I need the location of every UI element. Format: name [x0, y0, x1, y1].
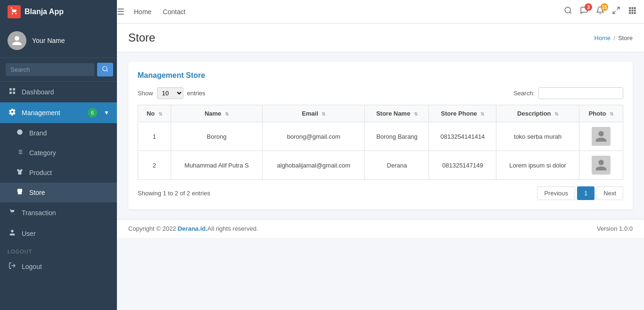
svg-line-1 [570, 12, 571, 13]
store-table: No ⇅ Name ⇅ Email ⇅ Store Name ⇅ Store P… [138, 105, 623, 180]
svg-rect-4 [629, 7, 631, 9]
cell-name[interactable]: Borong [171, 122, 262, 151]
logout-icon [8, 262, 17, 271]
footer-version: Version 1.0.0 [597, 225, 633, 232]
table-head: No ⇅ Name ⇅ Email ⇅ Store Name ⇅ Store P… [138, 105, 623, 122]
svg-line-2 [617, 7, 619, 9]
logout-section-label: LOGOUT [0, 244, 117, 256]
sidebar-item-dashboard[interactable]: Dashboard [0, 82, 117, 102]
search-input[interactable] [6, 63, 94, 76]
col-name[interactable]: Name ⇅ [171, 105, 262, 122]
menu-contact[interactable]: Contact [163, 8, 185, 16]
bell-btn[interactable]: 15 [596, 6, 604, 17]
sidebar-label-store: Store [29, 189, 45, 196]
sort-storename-icon: ⇅ [414, 111, 418, 117]
search-label: Search: [513, 90, 535, 97]
sidebar-label-category: Category [29, 149, 56, 157]
col-description[interactable]: Description ⇅ [496, 105, 579, 122]
cell-store-phone: 0813254141414 [429, 122, 496, 151]
gear-icon [8, 108, 17, 117]
next-button[interactable]: Next [596, 186, 623, 200]
sidebar-item-store[interactable]: Store [0, 183, 117, 202]
svg-rect-17 [9, 92, 12, 94]
content-header: Store Home / Store [117, 24, 644, 52]
cell-description: toko serba murah [496, 122, 579, 151]
cell-email: alghobalijamal@gmail.com [263, 151, 365, 180]
chat-badge: 3 [585, 3, 592, 11]
svg-rect-8 [632, 10, 634, 12]
svg-rect-15 [9, 88, 12, 91]
col-store-name[interactable]: Store Name ⇅ [365, 105, 429, 122]
table-search-input[interactable] [538, 87, 623, 99]
table-body: 1Borongborong@gmail.comBorong Barang0813… [138, 122, 623, 180]
breadcrumb-separator: / [613, 34, 615, 42]
sidebar-item-brand[interactable]: Brand [0, 123, 117, 143]
sidebar-item-category[interactable]: Category [0, 143, 117, 163]
cell-no: 1 [138, 122, 171, 151]
footer-brand-link[interactable]: Derana.id. [178, 225, 207, 232]
content-area: Store Home / Store Management Store Show… [117, 24, 644, 310]
topnav-left: ☰ Home Contact [117, 7, 564, 17]
sidebar-item-management[interactable]: Management 6 ▼ [0, 102, 117, 123]
col-no[interactable]: No ⇅ [138, 105, 171, 122]
sidebar-nav: Dashboard Management 6 ▼ Brand [0, 82, 117, 310]
breadcrumb-current: Store [618, 34, 633, 42]
table-row: 1Borongborong@gmail.comBorong Barang0813… [138, 122, 623, 151]
search-icon-btn[interactable] [564, 6, 572, 17]
breadcrumb-home[interactable]: Home [594, 34, 611, 42]
sort-photo-icon: ⇅ [610, 111, 613, 117]
table-search-box: Search: [513, 87, 623, 99]
sidebar-item-transaction[interactable]: Transaction [0, 202, 117, 223]
breadcrumb: Home / Store [594, 34, 633, 42]
svg-rect-12 [634, 12, 636, 14]
expand-icon-btn[interactable] [612, 6, 620, 17]
cell-name[interactable]: Muhammad Alif Putra S [171, 151, 262, 180]
previous-button[interactable]: Previous [537, 186, 575, 200]
cell-photo [579, 151, 623, 180]
page-title: Store [128, 31, 155, 44]
col-email[interactable]: Email ⇅ [263, 105, 365, 122]
management-store-card: Management Store Show 10 25 50 100 entri… [128, 62, 633, 209]
menu-home[interactable]: Home [134, 8, 151, 16]
svg-rect-10 [629, 12, 631, 14]
chevron-down-icon: ▼ [104, 109, 109, 116]
sort-desc-icon: ⇅ [554, 111, 558, 117]
entries-label: entries [187, 90, 206, 97]
page-1-button[interactable]: 1 [577, 186, 594, 200]
user-icon [8, 229, 17, 238]
main-layout: Your Name Dashboard Management [0, 24, 644, 310]
cell-photo [579, 122, 623, 151]
notifications-btn[interactable]: 3 [580, 6, 588, 17]
footer: Copyright © 2022 Derana.id.All rights re… [117, 219, 644, 238]
hamburger-icon[interactable]: ☰ [117, 7, 124, 17]
apps-icon-btn[interactable] [628, 6, 636, 17]
sidebar: Your Name Dashboard Management [0, 24, 117, 310]
sidebar-username: Your Name [32, 37, 65, 44]
entries-select[interactable]: 10 25 50 100 [157, 87, 183, 99]
footer-left: Copyright © 2022 Derana.id.All rights re… [128, 225, 258, 232]
sidebar-label-logout: Logout [22, 263, 42, 270]
svg-point-26 [11, 214, 11, 215]
svg-point-0 [565, 7, 570, 13]
sidebar-label-dashboard: Dashboard [22, 88, 54, 96]
cell-store-name: Derana [365, 151, 429, 180]
svg-rect-11 [632, 12, 634, 14]
cell-no: 2 [138, 151, 171, 180]
col-photo[interactable]: Photo ⇅ [579, 105, 623, 122]
avatar [8, 31, 26, 50]
top-navbar: Blanja App ☰ Home Contact 3 15 [0, 0, 644, 24]
svg-rect-7 [629, 10, 631, 12]
sidebar-item-user[interactable]: User [0, 223, 117, 244]
topnav-menu: Home Contact [134, 8, 186, 16]
search-button[interactable] [97, 63, 113, 76]
list-icon [15, 149, 25, 157]
table-row: 2Muhammad Alif Putra Salghobalijamal@gma… [138, 151, 623, 180]
brand-nav-icon [15, 129, 25, 137]
sidebar-item-logout[interactable]: Logout [0, 256, 117, 277]
svg-point-13 [103, 67, 107, 71]
sidebar-item-product[interactable]: Product [0, 163, 117, 183]
col-store-phone[interactable]: Store Phone ⇅ [429, 105, 496, 122]
brand-logo[interactable]: Blanja App [0, 0, 117, 24]
table-controls: Show 10 25 50 100 entries Search: [138, 87, 623, 99]
photo-placeholder [592, 127, 611, 146]
